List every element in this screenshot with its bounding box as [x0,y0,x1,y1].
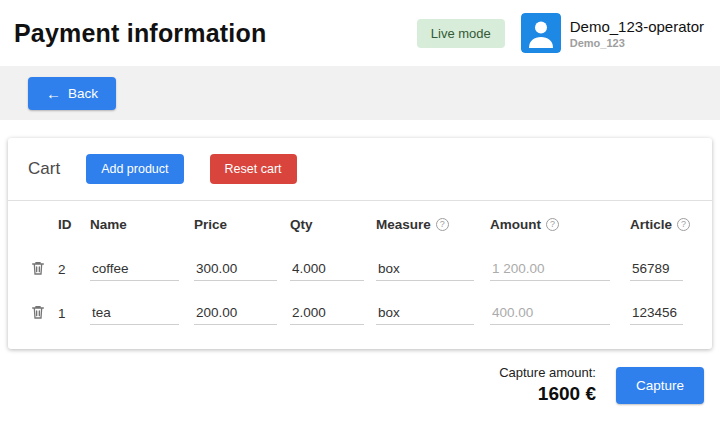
delete-row-button[interactable] [28,302,48,325]
row-price-cell [194,301,290,325]
row-amount-cell [490,301,630,325]
back-arrow-icon: ← [46,86,61,101]
back-button-label: Back [68,86,98,101]
column-id: ID [58,217,90,232]
column-measure-label: Measure [376,217,431,232]
column-article-label: Article [630,217,672,232]
table-header-row: ID Name Price Qty Measure ? Amount ? Art… [28,201,692,247]
row-amount-cell [490,257,630,281]
trash-icon [30,260,46,279]
amount-input [490,301,610,325]
capture-amount-box: Capture amount: 1600 € [499,365,596,405]
capture-button[interactable]: Capture [616,367,704,404]
cart-table: ID Name Price Qty Measure ? Amount ? Art… [8,201,712,349]
column-name: Name [90,217,194,232]
cart-card: Cart Add product Reset cart ID Name Pric… [8,138,712,349]
qty-input[interactable] [290,301,364,325]
user-meta: Demo_123-operator Demo_123 [570,18,704,49]
column-amount: Amount ? [490,217,630,232]
reset-cart-button[interactable]: Reset cart [210,154,297,184]
column-amount-label: Amount [490,217,541,232]
name-input[interactable] [90,301,179,325]
qty-input[interactable] [290,257,364,281]
row-delete-cell [28,258,58,281]
delete-row-button[interactable] [28,258,48,281]
amount-input [490,257,610,281]
page-header: Payment information Live mode Demo_123-o… [0,0,720,66]
amount-help-icon[interactable]: ? [546,218,559,231]
measure-input[interactable] [376,257,474,281]
column-article: Article ? [630,217,692,232]
user-account: Demo_123 [570,37,704,49]
price-input[interactable] [194,301,277,325]
row-price-cell [194,257,290,281]
row-name-cell [90,257,194,281]
add-product-button[interactable]: Add product [86,154,183,184]
row-qty-cell [290,257,376,281]
column-measure: Measure ? [376,217,490,232]
article-help-icon[interactable]: ? [677,218,690,231]
column-qty: Qty [290,217,376,232]
name-input[interactable] [90,257,179,281]
capture-amount-value: 1600 € [499,383,596,405]
row-article-cell [630,301,692,325]
user-menu[interactable]: Demo_123-operator Demo_123 [521,13,704,53]
table-row: 1 [28,291,692,335]
price-input[interactable] [194,257,277,281]
live-mode-badge: Live mode [417,19,505,48]
capture-amount-label: Capture amount: [499,365,596,380]
row-qty-cell [290,301,376,325]
row-name-cell [90,301,194,325]
user-avatar-icon [521,13,561,53]
table-row: 2 [28,247,692,291]
row-id: 1 [58,306,90,321]
row-measure-cell [376,257,490,281]
measure-input[interactable] [376,301,474,325]
article-input[interactable] [630,257,683,281]
cart-card-header: Cart Add product Reset cart [8,138,712,200]
trash-icon [30,304,46,323]
article-input[interactable] [630,301,683,325]
row-article-cell [630,257,692,281]
back-button[interactable]: ← Back [28,77,116,110]
user-name: Demo_123-operator [570,18,704,35]
page-title: Payment information [14,19,266,48]
toolbar: ← Back [0,66,720,120]
column-price: Price [194,217,290,232]
cart-title: Cart [28,159,60,179]
row-delete-cell [28,302,58,325]
measure-help-icon[interactable]: ? [436,218,449,231]
row-id: 2 [58,262,90,277]
row-measure-cell [376,301,490,325]
capture-footer: Capture amount: 1600 € Capture [0,349,720,405]
